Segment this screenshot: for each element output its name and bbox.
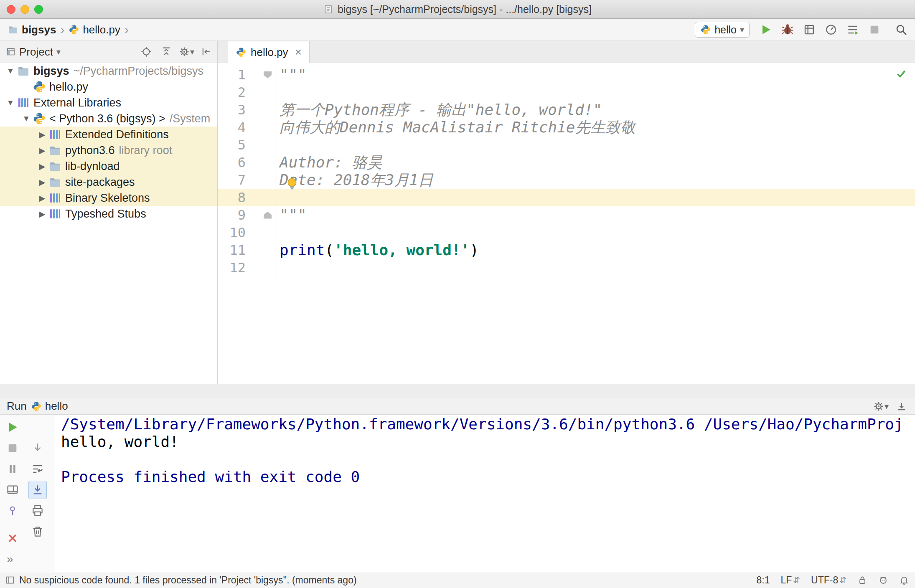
soft-wrap-button[interactable] [28, 460, 47, 478]
status-message[interactable]: No suspicious code found. 1 files proces… [19, 575, 357, 586]
chevron-collapsed-icon[interactable]: ▶ [36, 162, 48, 171]
tree-item-label: Extended Definitions [65, 128, 169, 141]
code-text: print('hello, world!') [275, 241, 915, 259]
code-text: Date: 2018年3月1日 [275, 171, 915, 189]
tree-item-external-libraries[interactable]: ▼External Libraries [0, 95, 217, 111]
run-config-label: hello [714, 24, 737, 36]
tree-item-binary-skeletons[interactable]: ▶Binary Skeletons [0, 190, 217, 206]
editor-line-6[interactable]: 6Author: 骆昊 [218, 154, 915, 171]
chevron-down-icon[interactable]: ▾ [56, 48, 61, 56]
collapse-all-button[interactable] [158, 43, 175, 60]
chevron-collapsed-icon[interactable]: ▶ [36, 146, 48, 155]
chevron-expanded-icon[interactable]: ▼ [4, 98, 17, 107]
line-number: 7 [218, 172, 249, 188]
editor-line-2[interactable]: 2 [218, 84, 915, 101]
tab-hello-py[interactable]: hello.py × [228, 41, 310, 63]
event-log-icon[interactable] [899, 575, 909, 585]
scroll-to-end-button[interactable] [28, 481, 47, 499]
run-tab-label[interactable]: hello [45, 400, 68, 413]
run-button[interactable] [756, 20, 775, 39]
breadcrumb-item-hello-py[interactable]: hello.py [69, 23, 120, 36]
close-tab-icon[interactable]: × [295, 46, 302, 58]
editor-line-11[interactable]: 11print('hello, world!') [218, 241, 915, 259]
chevron-expanded-icon[interactable]: ▼ [4, 66, 17, 76]
lock-icon[interactable] [857, 575, 867, 585]
pause-output-button[interactable] [3, 460, 22, 478]
tree-item-site-packages[interactable]: ▶site-packages [0, 174, 217, 190]
library-icon [48, 128, 62, 141]
zoom-window-button[interactable] [34, 5, 43, 14]
line-separator-widget[interactable]: LF⇵ [780, 575, 800, 586]
editor-line-4[interactable]: 4向伟大的Dennis MacAlistair Ritchie先生致敬 [218, 119, 915, 136]
select-opened-file-button[interactable] [138, 43, 155, 60]
code-text: """ [275, 66, 915, 84]
stop-process-button[interactable] [3, 439, 22, 457]
inspection-ok-icon[interactable] [895, 67, 907, 80]
run-config-selector[interactable]: hello ▾ [695, 22, 750, 38]
run-with-coverage-button[interactable] [800, 20, 819, 39]
toolwindow-toggle-icon[interactable] [5, 575, 15, 585]
project-toolwindow[interactable]: ▼bigsys~/PycharmProjects/bigsyshello.py▼… [0, 63, 218, 384]
chevron-collapsed-icon[interactable]: ▶ [36, 209, 48, 219]
profiler-icon [824, 23, 838, 36]
project-toolwindow-header: Project ▾ ▾ [0, 41, 218, 63]
tree-item-python-3-6-bigsys[interactable]: ▼< Python 3.6 (bigsys) >/System [0, 111, 217, 127]
clear-console-button[interactable] [28, 522, 47, 541]
settings-button[interactable]: ▾ [178, 43, 195, 60]
chevron-collapsed-icon[interactable]: ▶ [36, 193, 48, 203]
chevron-collapsed-icon[interactable]: ▶ [36, 130, 48, 139]
chevron-collapsed-icon[interactable]: ▶ [36, 177, 48, 187]
hide-panel-button[interactable] [198, 43, 215, 60]
rerun-button[interactable] [3, 418, 22, 436]
search-everywhere-button[interactable] [892, 20, 911, 39]
close-console-button[interactable] [3, 529, 22, 547]
more-options-button[interactable]: » [7, 553, 13, 566]
editor[interactable]: 1"""23第一个Python程序 - 输出"hello, world!"4向伟… [218, 63, 915, 384]
tree-item-extended-definitions[interactable]: ▶Extended Definitions [0, 127, 217, 142]
editor-line-3[interactable]: 3第一个Python程序 - 输出"hello, world!" [218, 101, 915, 119]
breadcrumb-item-bigsys[interactable]: bigsys [8, 23, 56, 36]
editor-line-7[interactable]: 7Date: 2018年3月1日 [218, 171, 915, 189]
editor-horizontal-scrollbar[interactable] [0, 384, 915, 398]
code-text: """ [275, 206, 915, 224]
minimize-window-button[interactable] [20, 5, 29, 14]
breadcrumb-separator-icon: › [60, 23, 64, 36]
editor-line-12[interactable]: 12 [218, 259, 915, 276]
editor-line-1[interactable]: 1""" [218, 66, 915, 84]
arrow-down-icon [31, 441, 44, 455]
hide-run-panel-button[interactable] [893, 398, 910, 415]
print-console-button[interactable] [28, 502, 47, 520]
updown-icon: ⇵ [839, 575, 846, 585]
code-text [275, 136, 915, 154]
code-text [275, 259, 915, 276]
editor-line-9[interactable]: 9""" [218, 206, 915, 224]
fold-marker-icon[interactable] [249, 212, 275, 219]
editor-line-10[interactable]: 10 [218, 224, 915, 241]
pin-tab-button[interactable] [3, 502, 22, 520]
console-output[interactable]: /System/Library/Frameworks/Python.framew… [55, 415, 915, 572]
run-toolwindow-title[interactable]: Run [7, 400, 27, 413]
encoding-widget[interactable]: UTF-8⇵ [811, 575, 846, 586]
scroll-down-button[interactable] [28, 439, 47, 457]
editor-line-5[interactable]: 5 [218, 136, 915, 154]
editor-line-8[interactable]: 8 [218, 189, 915, 206]
profiler-button[interactable] [821, 20, 841, 39]
breadcrumb-label: hello.py [83, 23, 120, 36]
highlighting-level-icon[interactable] [878, 575, 888, 585]
debug-button[interactable] [778, 20, 797, 39]
fold-marker-icon[interactable] [249, 71, 275, 79]
concurrency-diagram-button[interactable] [843, 20, 862, 39]
tree-item-typeshed-stubs[interactable]: ▶Typeshed Stubs [0, 206, 217, 222]
chevron-expanded-icon[interactable]: ▼ [20, 114, 33, 123]
tree-item-lib-dynload[interactable]: ▶lib-dynload [0, 158, 217, 174]
restore-layout-button[interactable] [3, 481, 22, 499]
run-toolbar: » [0, 415, 55, 572]
console-settings-button[interactable]: ▾ [872, 398, 889, 415]
close-window-button[interactable] [7, 5, 15, 14]
stop-button[interactable] [865, 20, 884, 39]
caret-position-widget[interactable]: 8:1 [756, 575, 770, 586]
project-header-title[interactable]: Project [19, 46, 53, 58]
tree-item-python3-6[interactable]: ▶python3.6library root [0, 142, 217, 158]
tree-item-bigsys[interactable]: ▼bigsys~/PycharmProjects/bigsys [0, 63, 217, 79]
tree-item-hello-py[interactable]: hello.py [0, 79, 217, 95]
